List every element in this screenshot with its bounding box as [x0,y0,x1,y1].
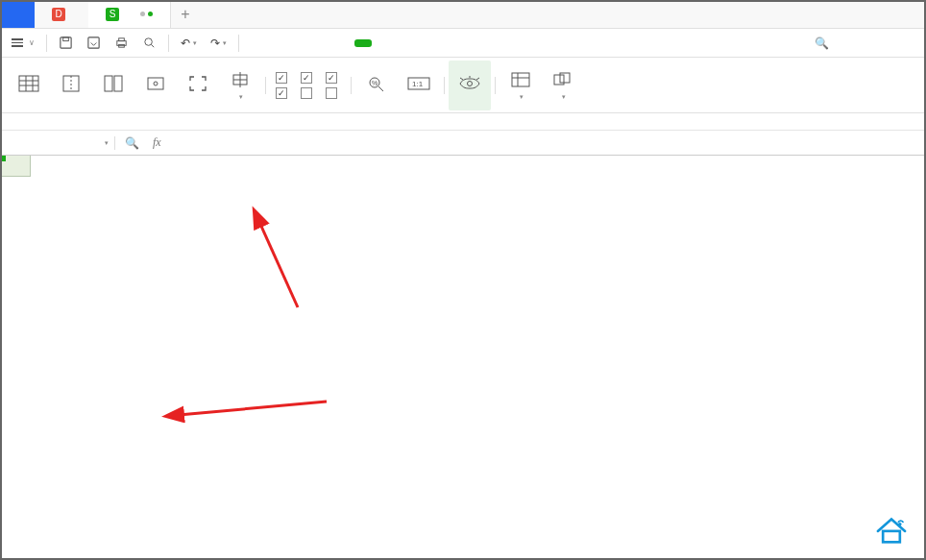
svg-text:%: % [372,80,378,86]
save-as-button[interactable] [81,33,107,53]
svg-point-26 [468,82,473,86]
svg-point-17 [154,82,158,85]
search-icon: 🔍 [815,37,829,50]
zoom-icon: % [367,73,386,94]
chk-show-rowcol[interactable]: ✓ [326,72,341,84]
view-reading-button[interactable]: ▾ [219,61,261,110]
quick-toolbar: ∨ ↶ ▾ ↷ ▾ 🔍 [0,29,926,58]
watermark [874,516,914,545]
svg-line-28 [476,78,479,80]
eye-protect-button[interactable] [449,61,491,110]
menu-tab-efficiency[interactable] [406,39,424,47]
eye-icon [458,73,481,94]
svg-rect-4 [119,38,125,41]
svg-point-6 [145,38,153,46]
svg-point-38 [898,523,902,526]
fullscreen-icon [188,73,207,94]
print-button[interactable] [109,33,134,53]
chk-show-grid[interactable]: ✓ [301,72,316,84]
menu-tab-formula[interactable] [303,39,320,47]
view-checkboxes: ✓ ✓ ✓ ✓ [270,72,347,99]
app-tab-bar: D S + [0,0,926,29]
chevron-down-icon: ▾ [239,93,243,101]
svg-rect-15 [114,76,122,91]
menu-tab-vip[interactable] [389,39,406,47]
chevron-down-icon: ▾ [562,93,566,101]
print-preview-button[interactable] [136,33,162,53]
freeze-panes-button[interactable]: ▾ [500,61,542,110]
page-preview-icon [61,73,82,94]
svg-rect-37 [883,531,900,542]
search-area: 🔍 [815,37,920,50]
house-icon [874,516,909,545]
svg-rect-16 [148,78,163,89]
hamburger-icon [12,38,23,47]
zoom-ratio-button[interactable]: % [355,61,398,110]
new-tab-button[interactable]: + [171,0,200,28]
svg-rect-2 [88,37,99,48]
chk-print-rowcol[interactable] [326,87,341,99]
ribbon-view: ▾ ✓ ✓ ✓ ✓ % 1:1 ▾ ▾ [0,58,926,113]
menu-tab-page-layout[interactable] [285,39,303,47]
view-fullscreen-button[interactable] [177,61,219,110]
svg-rect-7 [19,76,38,91]
chk-formula-bar[interactable]: ✓ [276,72,291,84]
rearrange-windows-button[interactable]: ▾ [542,61,584,110]
tab-templates[interactable]: D [35,0,88,28]
svg-text:1:1: 1:1 [412,80,424,88]
chevron-down-icon: ∨ [29,38,35,47]
view-page-layout-button[interactable] [92,61,134,110]
search-input[interactable] [834,37,920,50]
chevron-down-icon: ▾ [105,139,109,147]
fx-label[interactable]: fx [153,135,161,150]
tab-status-dots [140,12,153,16]
svg-rect-30 [512,73,529,86]
redo-button[interactable]: ↷ ▾ [205,34,232,53]
menu-tab-insert[interactable] [268,39,285,47]
spreadsheet-icon: S [106,8,119,21]
tab-file[interactable]: S [88,0,171,28]
tab-home[interactable] [0,0,35,28]
page-layout-icon [103,73,124,94]
menu-tab-review[interactable] [337,39,354,47]
template-icon: D [52,8,65,21]
zoom-fx-icon[interactable]: 🔍 [125,136,139,150]
windows-icon [552,69,573,90]
menu-tab-view[interactable] [354,39,372,47]
save-button[interactable] [53,33,79,53]
svg-rect-14 [105,76,112,91]
zoom-100-button[interactable]: 1:1 [398,61,440,110]
menu-tab-start[interactable] [251,39,268,47]
spreadsheet-grid[interactable] [0,156,926,559]
chk-task-pane[interactable]: ✓ [276,87,291,99]
menu-tabs [251,39,424,47]
name-box[interactable]: ▾ [0,136,115,150]
view-custom-button[interactable] [134,61,177,110]
chevron-down-icon: ▾ [520,93,524,101]
name-box-input[interactable] [19,136,96,150]
reading-icon [230,69,251,90]
menu-tab-data[interactable] [320,39,337,47]
svg-rect-0 [61,37,71,48]
menu-button[interactable]: ∨ [6,36,40,50]
formula-bar: ▾ 🔍 fx [0,131,926,156]
undo-button[interactable]: ↶ ▾ [175,34,203,53]
custom-view-icon [145,73,166,94]
menu-tab-dev[interactable] [372,39,389,47]
view-normal-button[interactable] [8,61,50,110]
view-page-preview-button[interactable] [50,61,92,110]
svg-line-27 [460,78,463,80]
grid-icon [18,73,39,94]
ratio-icon: 1:1 [407,73,430,94]
chk-print-grid[interactable] [301,87,316,99]
freeze-icon [510,69,531,90]
svg-line-22 [378,86,383,91]
